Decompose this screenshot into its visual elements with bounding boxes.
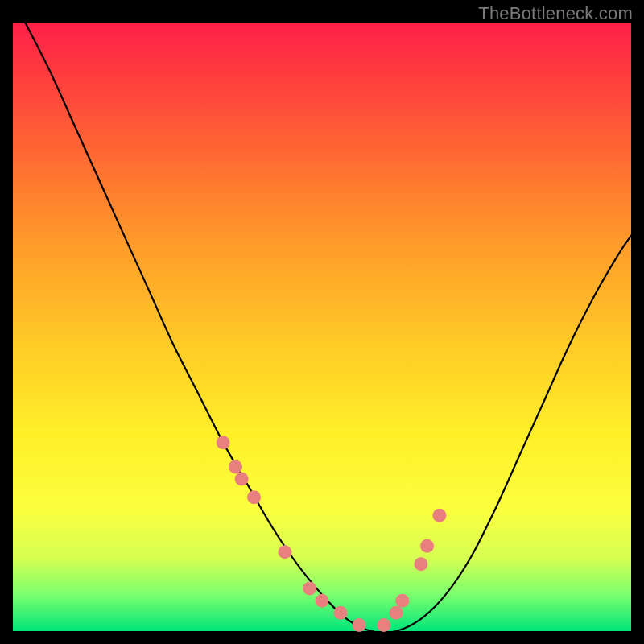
marker-point [395, 594, 409, 608]
attribution-label: TheBottleneck.com [478, 3, 633, 24]
chart-frame: TheBottleneck.com [0, 0, 644, 644]
marker-point [247, 490, 261, 504]
marker-point [334, 606, 348, 620]
marker-point [278, 545, 291, 559]
marker-point [390, 606, 403, 620]
marker-point [414, 557, 427, 571]
marker-point [235, 473, 249, 486]
marker-point [432, 509, 446, 522]
marker-group [217, 436, 447, 632]
marker-point [316, 594, 329, 608]
marker-point [353, 618, 366, 632]
curve-svg [13, 23, 631, 631]
bottleneck-curve-path [25, 23, 631, 633]
marker-point [217, 436, 230, 449]
marker-point [229, 460, 242, 473]
marker-point [303, 582, 316, 596]
marker-point [377, 618, 390, 632]
plot-area [13, 23, 631, 631]
marker-point [420, 539, 434, 553]
